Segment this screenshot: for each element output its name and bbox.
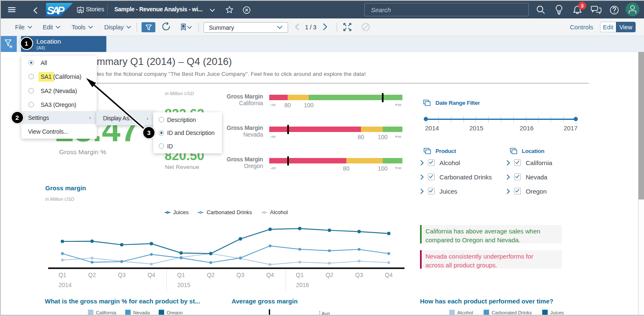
product-tree-item-juices[interactable]: Juices <box>420 187 457 195</box>
discussions-icon[interactable] <box>591 6 602 15</box>
edit-mode-button[interactable]: Edit <box>600 22 616 32</box>
favorite-star-icon[interactable] <box>226 6 233 13</box>
slider-track[interactable] <box>426 119 576 120</box>
tree-item-label: Nevada <box>526 174 548 181</box>
bookmark-chevron-icon[interactable] <box>187 26 192 29</box>
legend-item-carbonated-drinks[interactable]: Carbonated Drinks <box>198 209 252 215</box>
tree-item-label: Carbonated Drinks <box>440 174 492 181</box>
add-filter-button[interactable] <box>1 36 17 52</box>
search-input[interactable]: Search <box>364 3 529 16</box>
insight-text-line: across all product groups. <box>425 261 557 270</box>
checkbox-checked[interactable] <box>428 159 435 166</box>
user-avatar[interactable] <box>626 3 639 16</box>
legend-item-alcohol[interactable]: Alcohol <box>261 209 288 215</box>
toolbar-menu-display[interactable]: Display <box>104 18 131 36</box>
menu-hamburger-icon[interactable] <box>8 7 15 12</box>
refresh-icon[interactable] <box>162 22 171 32</box>
expand-chevron-icon[interactable] <box>420 160 424 166</box>
expand-chevron-icon[interactable] <box>507 189 510 194</box>
toolbar-menu-file[interactable]: File <box>15 18 32 36</box>
bullet-tick-label: 100 <box>376 134 390 140</box>
toolbar-separator <box>337 23 337 32</box>
legend-label: Juices <box>173 209 189 215</box>
checkmark-icon <box>428 174 434 179</box>
view-mode-button[interactable]: View <box>616 22 636 32</box>
svg-text:2015: 2015 <box>177 282 190 288</box>
checkbox-checked[interactable] <box>514 174 521 180</box>
story-filter-button[interactable] <box>142 22 155 32</box>
window-border-top <box>0 0 644 1</box>
menu-item-all[interactable]: All <box>21 56 97 70</box>
chevron-down-icon <box>88 26 93 29</box>
controls-toggle[interactable]: Controls <box>570 22 593 32</box>
annotation-arrow <box>82 73 151 134</box>
bullet-bar-oregon[interactable] <box>269 158 402 163</box>
expand-chevron-icon[interactable] <box>507 174 510 180</box>
checkbox-checked[interactable] <box>428 174 435 180</box>
radio-unselected[interactable] <box>159 117 164 122</box>
vertical-scrollbar-thumb[interactable] <box>639 52 644 199</box>
close-presentation-icon[interactable] <box>243 6 250 14</box>
help-icon[interactable] <box>610 5 619 15</box>
story-toolbar: FileEditToolsDisplay <box>0 18 644 36</box>
location-filter-token[interactable]: Location (All) <box>21 36 106 52</box>
bullet-bar-nevada[interactable] <box>269 127 402 132</box>
expand-chevron-icon[interactable] <box>420 189 424 194</box>
svg-text:Q3: Q3 <box>355 272 363 278</box>
next-page-icon[interactable] <box>323 23 328 31</box>
prev-page-icon[interactable] <box>294 23 299 31</box>
back-icon[interactable] <box>33 7 37 14</box>
checkbox-checked[interactable] <box>514 188 521 194</box>
toolbar-menu-label: File <box>15 24 25 31</box>
expand-chevron-icon[interactable] <box>507 160 510 166</box>
checkbox-checked[interactable] <box>514 159 521 166</box>
story-title-dropdown[interactable]: Sample - Revenue Analysis - wi... <box>114 6 203 13</box>
location-tree-item-nevada[interactable]: Nevada <box>507 173 547 181</box>
svg-text:Q1: Q1 <box>296 272 304 278</box>
insight-negative-note: Nevada consistently underperforms foracr… <box>420 250 562 269</box>
menu-item-description[interactable]: Description <box>153 113 222 126</box>
checkbox-checked[interactable] <box>428 188 435 194</box>
slider-year-label: 2014 <box>425 124 439 132</box>
location-tree-item-california[interactable]: California <box>507 158 552 167</box>
filter-token-value: (All) <box>36 45 45 50</box>
radio-unselected[interactable] <box>28 88 34 93</box>
bullet-tick-label: -∞ <box>266 134 280 140</box>
funnel-plus-icon <box>5 39 13 49</box>
line-chart-title: Gross margin <box>45 184 86 192</box>
toolbar-separator <box>137 23 137 32</box>
toolbar-menu-tools[interactable]: Tools <box>72 18 93 36</box>
slider-handle-end[interactable] <box>574 117 578 121</box>
product-tree-item-alcohol[interactable]: Alcohol <box>420 158 460 167</box>
gross-margin-line-chart[interactable]: Q1Q2Q3Q4Q1Q2Q3Q4Q1Q2Q3Q4201420152016 <box>42 218 419 293</box>
stories-breadcrumb[interactable]: Stories <box>86 6 104 13</box>
page-selector-dropdown[interactable]: Summary <box>204 22 288 33</box>
location-filter-icon <box>510 148 518 154</box>
menu-item-id[interactable]: ID <box>153 140 222 153</box>
insight-positive-note: California has above average sales whenc… <box>420 225 562 243</box>
menu-item-id-and-description[interactable]: ID and Description <box>153 127 222 140</box>
chevron-down-icon <box>126 26 131 29</box>
slider-handle-start[interactable] <box>424 117 428 121</box>
menu-item-label: SA2 (Nevada) <box>41 88 77 94</box>
toolbar-menu-edit[interactable]: Edit <box>43 18 60 36</box>
location-tree-item-oregon[interactable]: Oregon <box>507 187 547 195</box>
bookmark-icon[interactable] <box>181 23 186 31</box>
product-tree-item-carbonated-drinks[interactable]: Carbonated Drinks <box>420 173 492 181</box>
legend-item-juices[interactable]: Juices <box>165 209 189 215</box>
bottom-chart-title-0: What is the gross margin % for each prod… <box>45 298 200 305</box>
fullscreen-icon[interactable] <box>343 23 352 31</box>
svg-text:Q3: Q3 <box>237 272 245 278</box>
bullet-tick-label: 80 <box>354 134 368 140</box>
radio-selected[interactable] <box>28 60 34 65</box>
title-chevron-down-icon[interactable] <box>210 9 215 12</box>
checkmark-icon <box>515 160 520 165</box>
search-icon[interactable] <box>536 5 545 14</box>
checkmark-icon <box>428 188 434 194</box>
radio-unselected[interactable] <box>28 74 34 79</box>
radio-unselected[interactable] <box>159 143 164 149</box>
radio-selected[interactable] <box>159 130 164 136</box>
radio-unselected[interactable] <box>28 102 34 107</box>
insights-lightbulb-icon[interactable] <box>555 5 563 15</box>
expand-chevron-icon[interactable] <box>420 174 424 180</box>
